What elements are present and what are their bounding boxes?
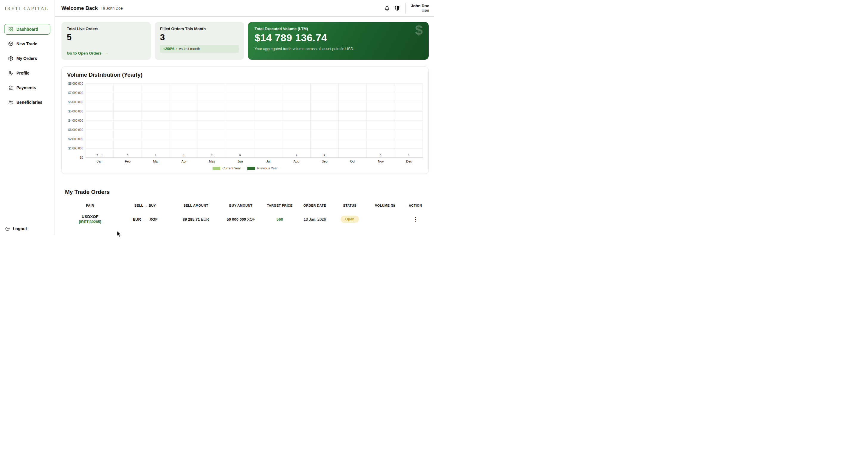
stat-cards: Total Live Orders 5 Go to Open Orders → … <box>61 22 429 60</box>
buy-currency: XOF <box>150 217 158 222</box>
pair-code: USDXOF <box>61 214 119 219</box>
bar-count-label: 1 <box>101 154 103 157</box>
card-label: Filled Orders This Month <box>160 27 239 31</box>
user-role: User <box>411 8 429 13</box>
bar-count-label: 3 <box>127 154 128 157</box>
previous-year-bar: 2 <box>211 154 213 157</box>
plot-wrap: 71311291931 JanFebMarAprMayJunJulAugSepO… <box>86 84 423 163</box>
buy-amount-currency: XOF <box>247 217 255 222</box>
growth-badge: +200% ↑ vs last month <box>160 45 239 53</box>
sidebar-item-profile[interactable]: Profile <box>4 68 51 79</box>
volume-chart-card: Volume Distribution (Yearly) $8 000 000$… <box>61 66 429 174</box>
sidebar: IRETI €APITAL Dashboard New Trade My Ord… <box>0 0 55 235</box>
topbar-divider <box>405 3 406 14</box>
legend-label: Previous Year <box>257 167 278 170</box>
bar-chart: $8 000 000$7 000 000$6 000 000$5 000 000… <box>67 84 423 163</box>
bar-count-label: 1 <box>183 154 185 157</box>
y-axis-labels: $8 000 000$7 000 000$6 000 000$5 000 000… <box>67 84 86 157</box>
orders-title: My Trade Orders <box>65 189 429 195</box>
col-sell-buy: SELL → BUY <box>119 201 172 210</box>
legend-swatch <box>213 167 220 170</box>
month-group: 1 <box>142 84 170 157</box>
growth-percent: +200% <box>163 47 175 51</box>
go-to-open-orders-link[interactable]: Go to Open Orders → <box>67 51 108 56</box>
sidebar-item-label: My Orders <box>17 56 37 61</box>
previous-year-bar: 1 <box>154 154 157 157</box>
content: Total Live Orders 5 Go to Open Orders → … <box>55 17 434 235</box>
bar-count-label: 2 <box>211 154 213 157</box>
month-group: 3 <box>114 84 142 157</box>
trade-orders-section: My Trade Orders PAIR SELL → BUY SELL AMO… <box>61 189 429 224</box>
sell-amount-cell: 89 285.71 EUR <box>172 217 220 222</box>
bar-count-label: 1 <box>296 154 297 157</box>
month-group <box>254 84 282 157</box>
card-label: Total Executed Volume (LTM) <box>254 27 422 31</box>
y-tick: $5 000 000 <box>68 110 83 113</box>
bar-count-label: 1 <box>155 154 156 157</box>
sidebar-item-label: Dashboard <box>17 27 38 32</box>
table-row[interactable]: USDXOF [IRETI39285] EUR → XOF 89 285.71 … <box>61 214 429 224</box>
col-sell-amount: SELL AMOUNT <box>172 201 220 210</box>
y-tick: $1 000 000 <box>68 147 83 150</box>
card-live-orders: Total Live Orders 5 Go to Open Orders → <box>61 22 151 60</box>
legend-item: Previous Year <box>247 167 278 170</box>
sidebar-item-label: Beneficiaries <box>17 100 42 105</box>
shield-icon[interactable] <box>394 5 400 11</box>
orders-table: PAIR SELL → BUY SELL AMOUNT BUY AMOUNT T… <box>61 201 429 224</box>
bar-count-label: 3 <box>380 154 381 157</box>
col-target-price: TARGET PRICE <box>262 201 298 210</box>
sidebar-nav: Dashboard New Trade My Orders Profile <box>0 24 55 108</box>
greeting: Hi John Doe <box>101 6 123 10</box>
y-tick: $0 <box>80 156 83 159</box>
y-tick: $4 000 000 <box>68 119 83 122</box>
plot-area: 71311291931 <box>86 84 423 157</box>
legend-label: Current Year <box>222 167 241 170</box>
sidebar-item-beneficiaries[interactable]: Beneficiaries <box>4 97 51 108</box>
table-header-row: PAIR SELL → BUY SELL AMOUNT BUY AMOUNT T… <box>61 201 429 210</box>
logout-button[interactable]: Logout <box>5 226 27 231</box>
buy-amount-cell: 50 000 000 XOF <box>220 217 262 222</box>
previous-year-bar: 1 <box>295 154 298 157</box>
user-menu[interactable]: John Doe User <box>411 3 429 13</box>
col-order-date: ORDER DATE <box>298 201 332 210</box>
package-icon <box>8 56 13 61</box>
sell-amount-currency: EUR <box>201 217 209 222</box>
sidebar-item-my-orders[interactable]: My Orders <box>4 53 51 64</box>
executed-volume-value: $14 789 136.74 <box>254 32 422 43</box>
y-tick: $7 000 000 <box>68 91 83 94</box>
bar-count-label: 9 <box>324 154 325 157</box>
card-filled-orders: Filled Orders This Month 3 +200% ↑ vs la… <box>155 22 244 60</box>
sidebar-item-dashboard[interactable]: Dashboard <box>4 24 51 35</box>
live-orders-value: 5 <box>67 32 146 42</box>
sidebar-item-label: New Trade <box>17 41 37 46</box>
status-cell: Open <box>332 216 368 223</box>
month-group: 9 <box>311 84 339 157</box>
bar-count-label: 1 <box>408 154 409 157</box>
month-group: 1 <box>395 84 423 157</box>
x-tick: Jan <box>86 159 114 163</box>
month-group: 3 <box>367 84 395 157</box>
y-tick: $3 000 000 <box>68 128 83 131</box>
card-label: Total Live Orders <box>67 27 146 31</box>
x-tick: Jun <box>226 159 254 163</box>
current-year-bar: 7 <box>96 154 99 157</box>
order-reference: [IRETI39285] <box>61 220 119 224</box>
col-action: ACTION <box>402 201 429 210</box>
sidebar-item-payments[interactable]: Payments <box>4 82 51 93</box>
card-executed-volume: Total Executed Volume (LTM) $14 789 136.… <box>248 22 429 60</box>
arrow-right-icon: → <box>104 51 108 56</box>
sell-buy-cell: EUR → XOF <box>119 217 172 222</box>
bar-count-label: 9 <box>239 154 241 157</box>
previous-year-bar: 9 <box>239 154 242 157</box>
chart-title: Volume Distribution (Yearly) <box>67 71 423 78</box>
chart-legend: Current YearPrevious Year <box>67 167 423 170</box>
bell-icon[interactable] <box>384 5 390 11</box>
month-group <box>339 84 367 157</box>
row-actions-menu[interactable]: ⋮ <box>402 217 429 222</box>
sidebar-item-new-trade[interactable]: New Trade <box>4 38 51 49</box>
page-title: Welcome Back <box>61 5 98 11</box>
link-label: Go to Open Orders <box>67 51 102 56</box>
y-tick: $2 000 000 <box>68 138 83 141</box>
buy-amount: 50 000 000 <box>226 217 246 222</box>
x-tick: Sep <box>311 159 339 163</box>
